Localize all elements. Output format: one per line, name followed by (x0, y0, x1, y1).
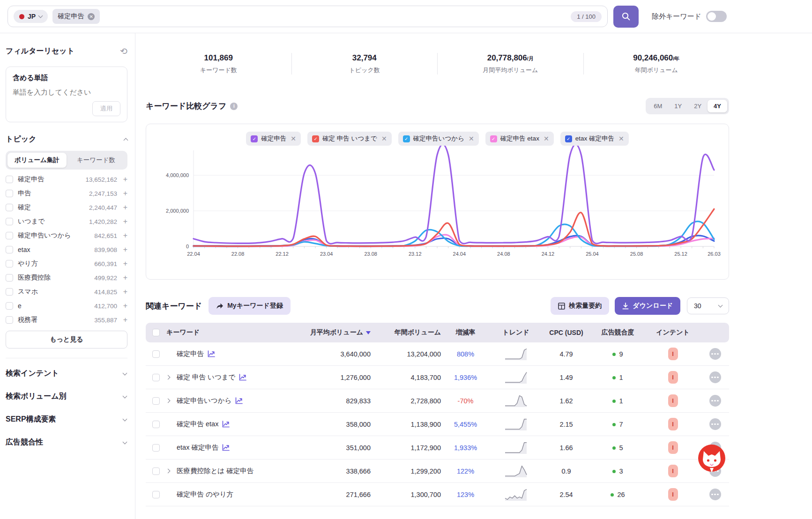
row-checkbox[interactable] (152, 444, 160, 452)
topic-checkbox[interactable] (6, 288, 13, 296)
add-topic-button[interactable]: + (117, 231, 127, 240)
trend-chart-icon[interactable] (239, 374, 246, 381)
topic-checkbox[interactable] (6, 316, 13, 324)
topic-checkbox[interactable] (6, 274, 13, 282)
remove-series-icon[interactable]: ✕ (469, 135, 474, 142)
add-topic-button[interactable]: + (117, 217, 127, 226)
series-checkbox[interactable]: ✓ (403, 135, 410, 142)
topic-checkbox[interactable] (6, 204, 13, 211)
series-checkbox[interactable]: ✓ (251, 135, 258, 142)
legend-chip-確定申告[interactable]: ✓確定申告✕ (246, 132, 301, 146)
keyword-tag[interactable]: 確定申告 ✕ (52, 9, 100, 24)
column-header-年間ボリューム[interactable]: 年間ボリューム (371, 328, 441, 337)
legend-chip-確定 申告 いつまで[interactable]: ✓確定 申告 いつまで✕ (307, 132, 392, 146)
keyword-text[interactable]: 確定申告 (177, 349, 204, 358)
sidebar-section-SERP構成要素[interactable]: SERP構成要素 (6, 406, 127, 429)
keyword-text[interactable]: 確定申告 etax (177, 420, 218, 429)
apply-button[interactable]: 適用 (92, 101, 120, 116)
search-button[interactable] (613, 6, 639, 28)
row-checkbox[interactable] (152, 421, 160, 428)
add-topic-button[interactable]: + (117, 175, 127, 184)
range-6M[interactable]: 6M (648, 100, 668, 112)
topic-tab-キーワード数[interactable]: キーワード数 (67, 153, 126, 168)
select-all-checkbox[interactable] (152, 329, 160, 336)
range-2Y[interactable]: 2Y (688, 100, 708, 112)
series-checkbox[interactable]: ✓ (312, 135, 319, 142)
series-checkbox[interactable]: ✓ (490, 135, 497, 142)
topic-tab-ボリューム集計[interactable]: ボリューム集計 (7, 153, 67, 168)
row-checkbox[interactable] (152, 397, 160, 405)
country-selector[interactable]: JP (14, 10, 48, 23)
sidebar-section-広告競合性[interactable]: 広告競合性 (6, 429, 127, 452)
trend-chart-icon[interactable] (222, 444, 230, 451)
mascot-chat-widget[interactable] (697, 444, 726, 475)
chevron-up-icon[interactable] (124, 138, 128, 143)
remove-series-icon[interactable]: ✕ (544, 135, 549, 142)
column-header-広告競合度[interactable]: 広告競合度 (591, 328, 645, 337)
row-checkbox[interactable] (152, 467, 160, 475)
add-topic-button[interactable]: + (117, 260, 127, 268)
keyword-text[interactable]: etax 確定申告 (177, 443, 218, 452)
column-header-月平均ボリューム[interactable]: 月平均ボリューム (303, 328, 371, 337)
trend-chart-icon[interactable] (222, 421, 230, 428)
topic-checkbox[interactable] (6, 176, 13, 183)
column-header-トレンド[interactable]: トレンド (490, 328, 542, 337)
legend-chip-確定申告 etax[interactable]: ✓確定申告 etax✕ (485, 132, 554, 146)
expand-chevron-icon[interactable] (166, 399, 173, 402)
remove-series-icon[interactable]: ✕ (618, 135, 624, 142)
download-button[interactable]: ダウンロード (615, 297, 680, 315)
remove-series-icon[interactable]: ✕ (381, 135, 387, 142)
keyword-text[interactable]: 確定申告いつから (177, 396, 231, 405)
sidebar-section-検索ボリューム別[interactable]: 検索ボリューム別 (6, 383, 127, 406)
show-more-button[interactable]: もっと見る (6, 331, 127, 348)
add-topic-button[interactable]: + (117, 302, 127, 310)
page-size-select[interactable]: 30 (687, 297, 729, 314)
topic-checkbox[interactable] (6, 260, 13, 267)
range-1Y[interactable]: 1Y (668, 100, 688, 112)
column-header-インテント[interactable]: インテント (645, 328, 701, 337)
topic-checkbox[interactable] (6, 246, 13, 253)
row-checkbox[interactable] (152, 350, 160, 358)
row-actions-button[interactable] (709, 348, 721, 360)
remove-keyword-icon[interactable]: ✕ (88, 13, 95, 20)
reset-icon[interactable]: ⟲ (120, 47, 127, 56)
row-actions-button[interactable] (709, 395, 721, 407)
legend-chip-etax 確定申告[interactable]: ✓etax 確定申告✕ (560, 132, 629, 146)
expand-chevron-icon[interactable] (166, 469, 173, 473)
keyword-comparison-chart[interactable]: 02,000,0004,000,00022.0422.0822.1223.042… (154, 146, 721, 271)
include-words-input[interactable] (13, 88, 120, 96)
row-actions-button[interactable] (709, 371, 721, 383)
topic-checkbox[interactable] (6, 190, 13, 197)
add-topic-button[interactable]: + (117, 274, 127, 282)
info-icon[interactable]: i (230, 103, 238, 110)
remove-series-icon[interactable]: ✕ (291, 135, 296, 142)
range-4Y[interactable]: 4Y (708, 100, 727, 112)
keyword-search-field[interactable]: JP 確定申告 ✕ 1 / 100 (7, 6, 608, 27)
column-header-増減率[interactable]: 増減率 (441, 328, 490, 337)
expand-chevron-icon[interactable] (166, 376, 173, 379)
sidebar-section-検索インテント[interactable]: 検索インテント (6, 360, 127, 383)
series-checkbox[interactable]: ✓ (565, 135, 572, 142)
topic-checkbox[interactable] (6, 232, 13, 239)
keyword-text[interactable]: 確定 申告 いつまで (177, 373, 235, 382)
keyword-text[interactable]: 医療費控除とは 確定申告 (177, 467, 253, 475)
row-checkbox[interactable] (152, 491, 160, 498)
column-header-キーワード[interactable]: キーワード (166, 328, 303, 337)
add-topic-button[interactable]: + (117, 189, 127, 198)
row-actions-button[interactable] (709, 418, 721, 430)
add-topic-button[interactable]: + (117, 203, 127, 212)
topic-checkbox[interactable] (6, 218, 13, 225)
trend-chart-icon[interactable] (235, 397, 243, 404)
keyword-text[interactable]: 確定申告 のやり方 (177, 490, 233, 499)
add-topic-button[interactable]: + (117, 245, 127, 254)
row-checkbox[interactable] (152, 374, 160, 381)
topic-checkbox[interactable] (6, 302, 13, 310)
legend-chip-確定申告いつから[interactable]: ✓確定申告いつから✕ (398, 132, 479, 146)
row-actions-button[interactable] (709, 489, 721, 500)
trend-chart-icon[interactable] (208, 350, 215, 357)
add-topic-button[interactable]: + (117, 316, 127, 324)
search-volume-summary-button[interactable]: 検索量要約 (551, 297, 609, 315)
add-topic-button[interactable]: + (117, 288, 127, 296)
column-header-CPC (USD)[interactable]: CPC (USD) (542, 329, 591, 336)
exclude-keyword-toggle[interactable] (706, 11, 727, 22)
